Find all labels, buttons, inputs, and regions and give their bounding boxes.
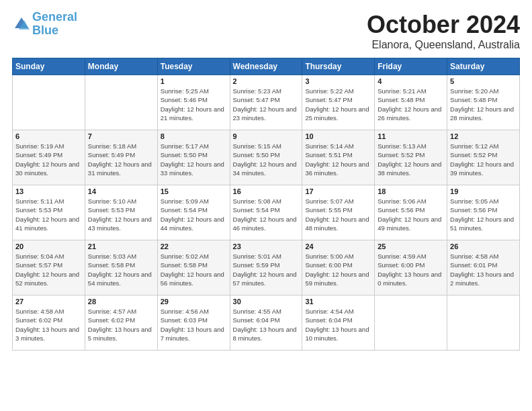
logo-line2: Blue bbox=[32, 24, 58, 37]
day-detail: Sunrise: 4:59 AMSunset: 6:00 PMDaylight:… bbox=[378, 253, 441, 287]
day-detail: Sunrise: 5:05 AMSunset: 5:56 PMDaylight:… bbox=[450, 197, 514, 232]
day-cell: 24Sunrise: 5:00 AMSunset: 6:00 PMDayligh… bbox=[302, 240, 375, 295]
col-monday: Monday bbox=[85, 58, 157, 75]
title-area: October 2024 Elanora, Queensland, Austra… bbox=[367, 11, 520, 51]
col-saturday: Saturday bbox=[447, 58, 520, 75]
day-detail: Sunrise: 5:07 AMSunset: 5:55 PMDaylight:… bbox=[305, 197, 369, 232]
calendar-table: Sunday Monday Tuesday Wednesday Thursday… bbox=[12, 58, 520, 351]
col-sunday: Sunday bbox=[13, 58, 85, 75]
day-cell: 23Sunrise: 5:01 AMSunset: 5:59 PMDayligh… bbox=[230, 240, 302, 295]
day-number: 4 bbox=[378, 77, 444, 85]
day-cell: 19Sunrise: 5:05 AMSunset: 5:56 PMDayligh… bbox=[447, 185, 520, 240]
day-cell: 26Sunrise: 4:58 AMSunset: 6:01 PMDayligh… bbox=[447, 240, 520, 295]
day-number: 10 bbox=[305, 132, 371, 140]
day-detail: Sunrise: 5:12 AMSunset: 5:52 PMDaylight:… bbox=[450, 142, 514, 177]
day-number: 8 bbox=[161, 132, 227, 140]
col-friday: Friday bbox=[375, 58, 447, 75]
day-cell: 3Sunrise: 5:22 AMSunset: 5:47 PMDaylight… bbox=[302, 75, 375, 130]
day-number: 31 bbox=[305, 298, 371, 306]
day-detail: Sunrise: 5:10 AMSunset: 5:53 PMDaylight:… bbox=[88, 197, 152, 232]
day-cell: 27Sunrise: 4:58 AMSunset: 6:02 PMDayligh… bbox=[13, 295, 85, 351]
day-number: 5 bbox=[450, 77, 517, 85]
day-number: 15 bbox=[161, 187, 227, 195]
day-cell: 8Sunrise: 5:17 AMSunset: 5:50 PMDaylight… bbox=[157, 130, 230, 185]
logo: General Blue bbox=[12, 11, 77, 38]
day-number: 14 bbox=[88, 187, 154, 195]
day-number: 22 bbox=[161, 242, 227, 250]
day-detail: Sunrise: 5:19 AMSunset: 5:49 PMDaylight:… bbox=[15, 142, 79, 177]
day-cell bbox=[375, 295, 447, 351]
day-cell: 10Sunrise: 5:14 AMSunset: 5:51 PMDayligh… bbox=[302, 130, 375, 185]
day-cell: 5Sunrise: 5:20 AMSunset: 5:48 PMDaylight… bbox=[447, 75, 520, 130]
day-cell: 9Sunrise: 5:15 AMSunset: 5:50 PMDaylight… bbox=[230, 130, 302, 185]
day-cell: 13Sunrise: 5:11 AMSunset: 5:53 PMDayligh… bbox=[13, 185, 85, 240]
day-number: 29 bbox=[161, 298, 227, 306]
day-detail: Sunrise: 5:20 AMSunset: 5:48 PMDaylight:… bbox=[450, 87, 514, 122]
logo-text: General Blue bbox=[32, 11, 77, 38]
day-detail: Sunrise: 5:09 AMSunset: 5:54 PMDaylight:… bbox=[161, 197, 224, 232]
day-cell: 12Sunrise: 5:12 AMSunset: 5:52 PMDayligh… bbox=[447, 130, 520, 185]
day-number: 3 bbox=[305, 77, 371, 85]
day-number: 30 bbox=[233, 298, 300, 306]
day-cell: 21Sunrise: 5:03 AMSunset: 5:58 PMDayligh… bbox=[85, 240, 157, 295]
day-cell: 22Sunrise: 5:02 AMSunset: 5:58 PMDayligh… bbox=[157, 240, 230, 295]
logo-icon bbox=[12, 15, 31, 34]
day-detail: Sunrise: 5:11 AMSunset: 5:53 PMDaylight:… bbox=[15, 197, 79, 232]
day-number: 26 bbox=[450, 242, 517, 250]
day-number: 20 bbox=[15, 242, 82, 250]
day-detail: Sunrise: 5:04 AMSunset: 5:57 PMDaylight:… bbox=[15, 253, 79, 287]
day-detail: Sunrise: 5:22 AMSunset: 5:47 PMDaylight:… bbox=[305, 87, 369, 122]
day-number: 23 bbox=[233, 242, 300, 250]
day-detail: Sunrise: 5:15 AMSunset: 5:50 PMDaylight:… bbox=[233, 142, 297, 177]
day-cell bbox=[85, 75, 157, 130]
day-detail: Sunrise: 5:23 AMSunset: 5:47 PMDaylight:… bbox=[233, 87, 297, 122]
day-cell: 7Sunrise: 5:18 AMSunset: 5:49 PMDaylight… bbox=[85, 130, 157, 185]
day-number: 13 bbox=[15, 187, 82, 195]
header: General Blue October 2024 Elanora, Queen… bbox=[12, 11, 520, 51]
day-cell: 1Sunrise: 5:25 AMSunset: 5:46 PMDaylight… bbox=[157, 75, 230, 130]
day-detail: Sunrise: 5:03 AMSunset: 5:58 PMDaylight:… bbox=[88, 253, 152, 287]
day-number: 1 bbox=[161, 77, 227, 85]
day-number: 2 bbox=[233, 77, 300, 85]
week-row-2: 6Sunrise: 5:19 AMSunset: 5:49 PMDaylight… bbox=[13, 130, 520, 185]
day-number: 24 bbox=[305, 242, 371, 250]
day-number: 11 bbox=[378, 132, 444, 140]
day-detail: Sunrise: 5:14 AMSunset: 5:51 PMDaylight:… bbox=[305, 142, 369, 177]
day-cell: 25Sunrise: 4:59 AMSunset: 6:00 PMDayligh… bbox=[375, 240, 447, 295]
day-cell: 16Sunrise: 5:08 AMSunset: 5:54 PMDayligh… bbox=[230, 185, 302, 240]
day-number: 27 bbox=[15, 298, 82, 306]
day-number: 7 bbox=[88, 132, 154, 140]
day-cell bbox=[13, 75, 85, 130]
day-number: 6 bbox=[15, 132, 82, 140]
day-cell bbox=[447, 295, 520, 351]
header-row: Sunday Monday Tuesday Wednesday Thursday… bbox=[13, 58, 520, 75]
week-row-4: 20Sunrise: 5:04 AMSunset: 5:57 PMDayligh… bbox=[13, 240, 520, 295]
day-number: 16 bbox=[233, 187, 300, 195]
day-detail: Sunrise: 4:56 AMSunset: 6:03 PMDaylight:… bbox=[161, 308, 224, 342]
day-cell: 20Sunrise: 5:04 AMSunset: 5:57 PMDayligh… bbox=[13, 240, 85, 295]
day-detail: Sunrise: 5:17 AMSunset: 5:50 PMDaylight:… bbox=[161, 142, 224, 177]
col-thursday: Thursday bbox=[302, 58, 375, 75]
day-detail: Sunrise: 5:00 AMSunset: 6:00 PMDaylight:… bbox=[305, 253, 369, 287]
week-row-3: 13Sunrise: 5:11 AMSunset: 5:53 PMDayligh… bbox=[13, 185, 520, 240]
day-cell: 29Sunrise: 4:56 AMSunset: 6:03 PMDayligh… bbox=[157, 295, 230, 351]
day-number: 17 bbox=[305, 187, 371, 195]
day-detail: Sunrise: 5:01 AMSunset: 5:59 PMDaylight:… bbox=[233, 253, 297, 287]
col-tuesday: Tuesday bbox=[157, 58, 230, 75]
day-cell: 31Sunrise: 4:54 AMSunset: 6:04 PMDayligh… bbox=[302, 295, 375, 351]
day-detail: Sunrise: 4:58 AMSunset: 6:02 PMDaylight:… bbox=[15, 308, 79, 342]
day-detail: Sunrise: 5:13 AMSunset: 5:52 PMDaylight:… bbox=[378, 142, 441, 177]
day-cell: 14Sunrise: 5:10 AMSunset: 5:53 PMDayligh… bbox=[85, 185, 157, 240]
day-number: 12 bbox=[450, 132, 517, 140]
day-number: 28 bbox=[88, 298, 154, 306]
day-detail: Sunrise: 4:55 AMSunset: 6:04 PMDaylight:… bbox=[233, 308, 297, 342]
page: General Blue October 2024 Elanora, Queen… bbox=[0, 0, 532, 357]
day-cell: 17Sunrise: 5:07 AMSunset: 5:55 PMDayligh… bbox=[302, 185, 375, 240]
day-cell: 15Sunrise: 5:09 AMSunset: 5:54 PMDayligh… bbox=[157, 185, 230, 240]
day-detail: Sunrise: 5:08 AMSunset: 5:54 PMDaylight:… bbox=[233, 197, 297, 232]
col-wednesday: Wednesday bbox=[230, 58, 302, 75]
day-number: 18 bbox=[378, 187, 444, 195]
day-cell: 11Sunrise: 5:13 AMSunset: 5:52 PMDayligh… bbox=[375, 130, 447, 185]
day-cell: 6Sunrise: 5:19 AMSunset: 5:49 PMDaylight… bbox=[13, 130, 85, 185]
day-detail: Sunrise: 4:57 AMSunset: 6:02 PMDaylight:… bbox=[88, 308, 152, 342]
